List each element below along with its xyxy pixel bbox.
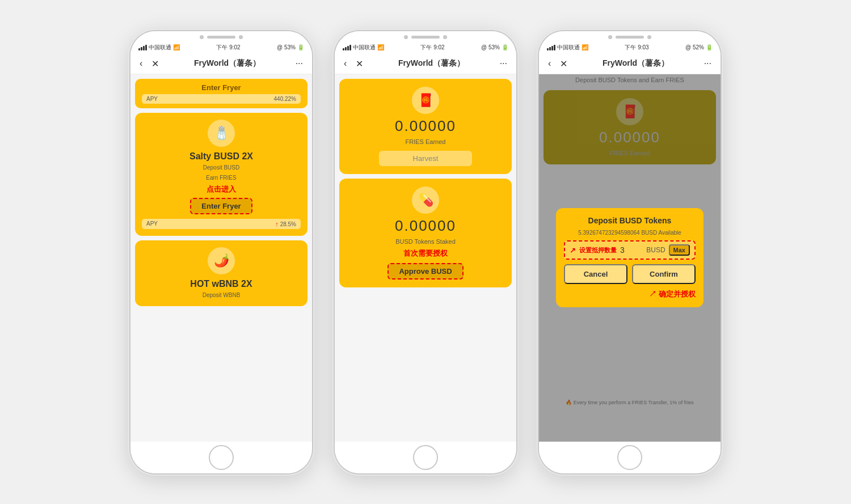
phone-3: 中国联通 📶 下午 9:03 @ 52% 🔋 ‹ ✕ FryWorld（薯条） … bbox=[539, 31, 721, 473]
red-arrow: ↑ bbox=[275, 221, 279, 227]
status-right-p3: @ 52% 🔋 bbox=[685, 44, 713, 50]
nav-title-p2: FryWorld（薯条） bbox=[398, 58, 465, 69]
apy-row-bottom: APY ↑ 28.5% bbox=[142, 219, 301, 229]
chili-icon: 🌶️ bbox=[208, 247, 235, 274]
wifi-icon-p3: 📶 bbox=[582, 44, 588, 50]
card-1-sub2: Earn FRIES bbox=[206, 174, 236, 182]
busd-staked-card: 💊 0.00000 BUSD Tokens Staked 首次需要授权 Appr… bbox=[339, 179, 512, 287]
phone-1-bottom bbox=[130, 442, 312, 473]
camera-dot-p3-2 bbox=[647, 35, 651, 39]
input-value[interactable]: 3 bbox=[620, 245, 641, 255]
phone-2-bottom bbox=[335, 442, 516, 473]
busd-amount: 0.00000 bbox=[395, 217, 456, 235]
signal-bar-4 bbox=[145, 45, 147, 50]
home-button[interactable] bbox=[209, 445, 234, 470]
status-right-p2: @ 53% 🔋 bbox=[481, 44, 508, 50]
carrier-label-p2: 中国联通 bbox=[353, 44, 376, 52]
phone-1-screen: Enter Fryer APY 440.22% 🧂 Salty BUSD 2X … bbox=[130, 74, 312, 442]
more-button[interactable]: ··· bbox=[293, 57, 305, 70]
camera-dot-p2 bbox=[404, 35, 408, 39]
phone-3-status-bar: 中国联通 📶 下午 9:03 @ 52% 🔋 bbox=[539, 41, 721, 54]
more-button-p2[interactable]: ··· bbox=[498, 57, 509, 70]
modal-currency: BUSD bbox=[646, 246, 665, 254]
battery-icon-p3: 🔋 bbox=[706, 44, 713, 50]
phone-1: 中国联通 📶 下午 9:02 @ 53% 🔋 ‹ ✕ FryWorld（薯条） … bbox=[130, 31, 312, 473]
top-banner: Enter Fryer APY 440.22% bbox=[135, 79, 307, 108]
confirm-button[interactable]: Confirm bbox=[632, 264, 696, 284]
apy-value: 440.22% bbox=[274, 96, 296, 102]
apy-row-top: APY 440.22% bbox=[142, 94, 301, 104]
close-button[interactable]: ✕ bbox=[149, 57, 161, 70]
home-button-p2[interactable] bbox=[413, 445, 438, 470]
close-button-p3[interactable]: ✕ bbox=[558, 57, 570, 70]
battery-label-p2: @ 53% bbox=[481, 44, 500, 50]
phone-2: 中国联通 📶 下午 9:02 @ 53% 🔋 ‹ ✕ FryWorld（薯条） … bbox=[335, 31, 516, 473]
wifi-icon-p2: 📶 bbox=[377, 44, 384, 50]
carrier-label: 中国联通 bbox=[149, 44, 171, 52]
phone-2-top-bar bbox=[335, 31, 516, 41]
hongbao-icon: 🧧 bbox=[412, 87, 439, 114]
phone-2-nav-bar: ‹ ✕ FryWorld（薯条） ··· bbox=[335, 54, 516, 74]
pill-icon: 💊 bbox=[412, 187, 439, 214]
status-left-p3: 中国联通 📶 bbox=[547, 44, 588, 52]
sb3p3 bbox=[551, 46, 553, 50]
input-hint: ↗ bbox=[570, 246, 576, 255]
nav-left: ‹ ✕ bbox=[137, 57, 161, 70]
approve-busd-button[interactable]: Approve BUSD bbox=[387, 263, 463, 279]
card-2-title: HOT wBNB 2X bbox=[190, 279, 252, 289]
busd-label: BUSD Tokens Staked bbox=[395, 238, 456, 245]
signal-bars-p3 bbox=[547, 45, 555, 50]
time-label-p3: 下午 9:03 bbox=[625, 44, 648, 52]
camera-dot bbox=[200, 35, 204, 39]
harvest-button[interactable]: Harvest bbox=[379, 151, 473, 166]
fries-label: FRIES Earned bbox=[406, 138, 446, 145]
phone-1-status-bar: 中国联通 📶 下午 9:02 @ 53% 🔋 bbox=[130, 41, 312, 54]
status-left: 中国联通 📶 bbox=[138, 44, 180, 52]
modal-input-row: ↗ 设置抵押数量 3 BUSD Max bbox=[564, 240, 696, 260]
back-button-p2[interactable]: ‹ bbox=[342, 57, 349, 70]
apy-label: APY bbox=[146, 96, 158, 102]
card-1-sub1: Deposit BUSD bbox=[203, 164, 239, 172]
camera-dot-p3 bbox=[608, 35, 612, 39]
max-button[interactable]: Max bbox=[669, 244, 690, 256]
apy-value-2: ↑ 28.5% bbox=[275, 221, 296, 227]
enter-fryer-button[interactable]: Enter Fryer bbox=[190, 198, 252, 214]
phone-3-top-bar bbox=[539, 31, 721, 41]
signal-bars bbox=[138, 45, 147, 50]
hot-wbnb-card: 🌶️ HOT wBNB 2X Deposit WBNB bbox=[135, 240, 307, 306]
battery-label: @ 53% bbox=[277, 44, 296, 50]
sb2 bbox=[345, 47, 347, 50]
wifi-icon: 📶 bbox=[173, 44, 180, 50]
phone-3-screen: Deposit BUSD Tokens and Earn FRIES 🧧 0.0… bbox=[539, 74, 721, 442]
apy-label-2: APY bbox=[146, 221, 158, 227]
signal-bar-3 bbox=[143, 46, 145, 50]
speaker-slot bbox=[207, 36, 235, 39]
card-1-annotation: 点击进入 bbox=[207, 184, 236, 194]
home-button-p3[interactable] bbox=[617, 445, 642, 470]
card-bottom-annotation: 首次需要授权 bbox=[403, 248, 448, 259]
speaker-slot-p2 bbox=[411, 36, 440, 39]
camera-dot-2 bbox=[239, 35, 243, 39]
carrier-label-p3: 中国联通 bbox=[557, 44, 580, 52]
nav-left-p3: ‹ ✕ bbox=[546, 57, 570, 70]
salt-icon: 🧂 bbox=[208, 120, 235, 147]
camera-dot-p2-2 bbox=[443, 35, 447, 39]
battery-label-p3: @ 52% bbox=[685, 44, 704, 50]
cancel-button[interactable]: Cancel bbox=[564, 264, 627, 284]
back-button-p3[interactable]: ‹ bbox=[546, 57, 553, 70]
close-button-p2[interactable]: ✕ bbox=[353, 57, 365, 70]
deposit-modal: Deposit BUSD Tokens 5.392674723294598064… bbox=[556, 208, 703, 307]
input-hint-text: 设置抵押数量 bbox=[579, 246, 617, 255]
signal-bar-1 bbox=[138, 48, 140, 50]
back-button[interactable]: ‹ bbox=[137, 57, 145, 70]
sb1p3 bbox=[547, 48, 549, 50]
status-left-p2: 中国联通 📶 bbox=[343, 44, 384, 52]
modal-annotation-text: 确定并授权 bbox=[659, 290, 696, 298]
sb4 bbox=[349, 45, 351, 50]
modal-overlay: Deposit BUSD Tokens 5.392674723294598064… bbox=[539, 74, 721, 442]
more-button-p3[interactable]: ··· bbox=[702, 57, 714, 70]
phone-1-nav-bar: ‹ ✕ FryWorld（薯条） ··· bbox=[130, 54, 312, 74]
time-label: 下午 9:02 bbox=[216, 44, 240, 52]
sb3 bbox=[347, 46, 349, 50]
nav-left-p2: ‹ ✕ bbox=[342, 57, 365, 70]
